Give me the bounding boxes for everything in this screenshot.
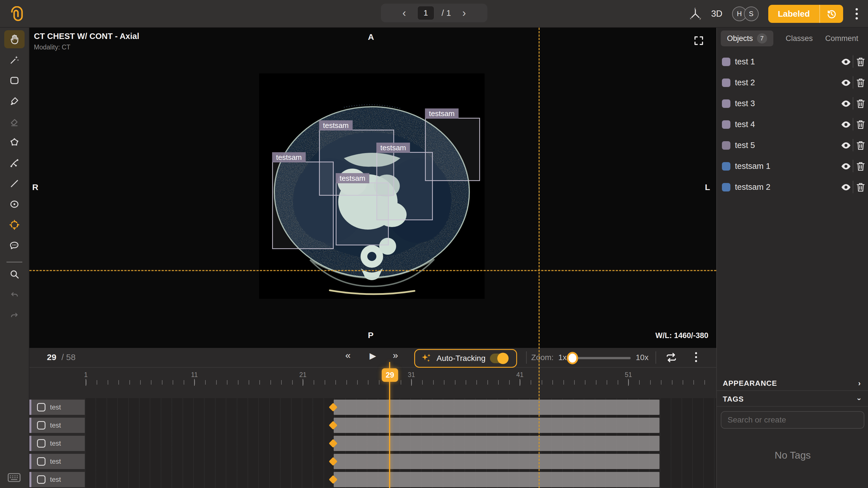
right-panel: Objects 7 Classes Comment test 1 test 2 bbox=[716, 28, 868, 488]
tool-sam-target[interactable] bbox=[4, 216, 25, 234]
track-row-checkbox[interactable] bbox=[37, 421, 45, 429]
keyboard-shortcuts-icon[interactable] bbox=[7, 473, 21, 484]
visibility-eye-icon[interactable] bbox=[841, 162, 851, 172]
object-row-divider bbox=[853, 97, 853, 109]
track-row-label[interactable]: test bbox=[29, 418, 85, 433]
avatar[interactable]: S bbox=[744, 6, 758, 21]
object-color-swatch bbox=[722, 58, 731, 66]
tab-objects[interactable]: Objects 7 bbox=[721, 31, 773, 46]
app-logo-icon[interactable] bbox=[10, 6, 24, 22]
labeled-status-button[interactable]: Labeled bbox=[768, 5, 843, 23]
history-icon[interactable] bbox=[820, 8, 843, 19]
track-row-checkbox[interactable] bbox=[37, 403, 45, 412]
frame-ruler[interactable]: 11121314151 29 bbox=[29, 368, 716, 398]
play-button[interactable]: ▶ bbox=[370, 351, 376, 361]
track-bar[interactable] bbox=[334, 418, 659, 433]
pager-prev-button[interactable]: ‹ bbox=[398, 8, 410, 19]
visibility-eye-icon[interactable] bbox=[841, 78, 851, 89]
tool-brush[interactable] bbox=[4, 92, 25, 110]
tool-polyline[interactable] bbox=[4, 154, 25, 172]
pager-current-input[interactable] bbox=[417, 6, 434, 20]
tool-line[interactable] bbox=[4, 174, 25, 193]
track-bar[interactable] bbox=[334, 436, 659, 451]
tool-search[interactable] bbox=[4, 265, 25, 283]
tags-section-header[interactable]: TAGS › bbox=[717, 392, 868, 407]
pager-next-button[interactable]: › bbox=[458, 8, 470, 19]
tool-magic-wand[interactable] bbox=[4, 51, 25, 69]
skip-back-button[interactable]: « bbox=[345, 350, 351, 361]
object-row[interactable]: testsam 2 bbox=[717, 177, 868, 198]
visibility-eye-icon[interactable] bbox=[841, 183, 851, 193]
object-row[interactable]: test 3 bbox=[717, 93, 868, 114]
tool-keypoint[interactable] bbox=[4, 195, 25, 213]
object-row[interactable]: test 5 bbox=[717, 135, 868, 156]
delete-trash-icon[interactable] bbox=[856, 119, 865, 131]
frame-counter: 29/ 58 bbox=[47, 352, 75, 362]
tool-undo[interactable] bbox=[4, 286, 25, 304]
dicom-viewer[interactable]: testsamtestsamtestsamtestsamtestsam CT C… bbox=[29, 28, 716, 348]
track-row-label[interactable]: test bbox=[29, 472, 85, 487]
tool-polygon[interactable] bbox=[4, 133, 25, 151]
tags-search-input[interactable] bbox=[721, 411, 864, 429]
panel-tabs: Objects 7 Classes Comment bbox=[721, 31, 858, 46]
zoom-slider-knob[interactable] bbox=[567, 352, 578, 364]
track-row-label[interactable]: test bbox=[29, 436, 85, 451]
visibility-eye-icon[interactable] bbox=[841, 141, 851, 151]
orientation-right: R bbox=[32, 183, 38, 192]
skip-forward-button[interactable]: » bbox=[393, 350, 398, 361]
object-row[interactable]: test 2 bbox=[717, 72, 868, 93]
delete-trash-icon[interactable] bbox=[856, 98, 865, 110]
visibility-eye-icon[interactable] bbox=[841, 57, 851, 68]
delete-trash-icon[interactable] bbox=[856, 140, 865, 152]
axes-icon[interactable]: z x y bbox=[689, 7, 702, 20]
fullscreen-icon[interactable] bbox=[693, 35, 704, 47]
annotation-bounding-box[interactable]: testsam bbox=[425, 118, 480, 181]
annotation-bounding-box[interactable]: testsam bbox=[336, 183, 389, 246]
tool-bounding-box[interactable] bbox=[4, 71, 25, 90]
tool-redo[interactable] bbox=[4, 306, 25, 324]
timeline-menu-button[interactable] bbox=[695, 352, 697, 362]
delete-trash-icon[interactable] bbox=[856, 161, 865, 173]
auto-tracking-toggle[interactable] bbox=[490, 354, 508, 363]
playhead-frame-tab[interactable]: 29 bbox=[382, 368, 398, 382]
object-row[interactable]: test 1 bbox=[717, 52, 868, 72]
auto-tracking-pill[interactable]: Auto-Tracking bbox=[414, 349, 517, 368]
delete-trash-icon[interactable] bbox=[856, 57, 865, 68]
delete-trash-icon[interactable] bbox=[856, 77, 865, 89]
track-row-checkbox[interactable] bbox=[37, 439, 45, 448]
object-row[interactable]: test 4 bbox=[717, 114, 868, 135]
object-row[interactable]: testsam 1 bbox=[717, 156, 868, 177]
annotation-label: testsam bbox=[425, 108, 459, 119]
track-bar[interactable] bbox=[334, 472, 659, 487]
annotation-bounding-box[interactable]: testsam bbox=[272, 162, 334, 249]
zoom-slider-track[interactable] bbox=[569, 357, 631, 359]
visibility-eye-icon[interactable] bbox=[841, 120, 851, 130]
annotation-label: testsam bbox=[336, 173, 369, 183]
object-color-swatch bbox=[722, 99, 731, 108]
objects-list: test 1 test 2 bbox=[717, 52, 868, 198]
tab-comment[interactable]: Comment bbox=[825, 34, 858, 43]
tool-comment[interactable] bbox=[4, 236, 25, 255]
track-row-label[interactable]: test bbox=[29, 454, 85, 469]
object-row-divider bbox=[853, 76, 853, 89]
object-row-divider bbox=[853, 160, 853, 172]
track-bar[interactable] bbox=[334, 454, 659, 469]
track-bar[interactable] bbox=[334, 400, 659, 415]
visibility-eye-icon[interactable] bbox=[841, 99, 851, 109]
appearance-section-header[interactable]: APPEARANCE › bbox=[717, 376, 868, 391]
topbar-menu-button[interactable] bbox=[853, 6, 861, 21]
tab-classes[interactable]: Classes bbox=[786, 34, 813, 43]
loop-icon[interactable] bbox=[665, 351, 678, 365]
track-row-label[interactable]: test bbox=[29, 400, 85, 415]
timeline-controls: 29/ 58 « ▶ » Auto-Tracking Zoom: 1x 10x bbox=[29, 348, 716, 368]
tool-eraser[interactable] bbox=[4, 113, 25, 131]
crosshair-vertical[interactable] bbox=[538, 28, 540, 488]
delete-trash-icon[interactable] bbox=[856, 182, 865, 194]
crosshair-horizontal[interactable] bbox=[29, 270, 716, 271]
tags-title: TAGS bbox=[723, 395, 744, 403]
track-row-checkbox[interactable] bbox=[37, 457, 45, 466]
tool-pan-hand[interactable] bbox=[4, 30, 25, 48]
object-name: testsam 2 bbox=[735, 183, 771, 192]
track-row-checkbox[interactable] bbox=[37, 475, 45, 484]
view-3d-button[interactable]: 3D bbox=[711, 9, 722, 19]
